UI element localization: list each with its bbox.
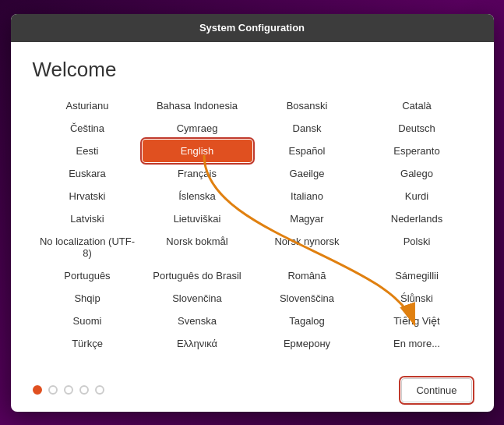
language-list-wrapper: AsturianuBahasa IndonesiaBosanskiCatalàČ…: [33, 94, 472, 359]
progress-dot-5[interactable]: [95, 385, 104, 395]
language-item[interactable]: Íslenska: [143, 185, 252, 207]
language-item[interactable]: Hrvatski: [33, 185, 143, 207]
language-item[interactable]: Bosanski: [252, 94, 362, 117]
window-title: System Configuration: [199, 22, 305, 34]
language-item[interactable]: Svenska: [143, 310, 252, 332]
continue-button[interactable]: Continue: [401, 378, 471, 402]
language-item[interactable]: Norsk bokmål: [143, 230, 252, 264]
language-item[interactable]: Magyar: [252, 207, 362, 230]
language-item[interactable]: Français: [143, 162, 252, 185]
language-item[interactable]: Sámegillii: [362, 264, 472, 287]
progress-dot-1[interactable]: [33, 385, 42, 395]
language-item[interactable]: Italiano: [252, 185, 362, 207]
progress-dots: [33, 385, 104, 395]
bottom-bar: Continue: [11, 372, 494, 412]
language-item[interactable]: Esperanto: [362, 140, 472, 162]
language-item[interactable]: Kurdi: [362, 185, 472, 207]
language-item[interactable]: Euskara: [33, 162, 143, 185]
language-item[interactable]: Tagalog: [252, 310, 362, 332]
language-item[interactable]: Português do Brasil: [143, 264, 252, 287]
language-item[interactable]: Türkçe: [33, 332, 143, 355]
language-item[interactable]: Shqip: [33, 287, 143, 310]
language-item[interactable]: Català: [362, 94, 472, 117]
language-item[interactable]: Asturianu: [33, 94, 143, 117]
language-item[interactable]: Română: [252, 264, 362, 287]
language-item[interactable]: Norsk nynorsk: [252, 230, 362, 264]
progress-dot-3[interactable]: [64, 385, 73, 395]
language-item[interactable]: Еn more...: [362, 332, 472, 355]
language-item[interactable]: Suomi: [33, 310, 143, 332]
language-item[interactable]: No localization (UTF-8): [33, 230, 143, 264]
content-area: Welcome AsturianuBahasa IndonesiaBosansk…: [11, 42, 494, 372]
language-grid: AsturianuBahasa IndonesiaBosanskiCatalàČ…: [33, 94, 472, 355]
language-item[interactable]: Ślůnski: [362, 287, 472, 310]
language-item[interactable]: Bahasa Indonesia: [143, 94, 252, 117]
main-window: System Configuration Welcome AsturianuBa…: [11, 14, 494, 412]
language-item[interactable]: Español: [252, 140, 362, 162]
language-item[interactable]: Galego: [362, 162, 472, 185]
language-item[interactable]: Slovenščina: [252, 287, 362, 310]
language-item[interactable]: Lietuviškai: [143, 207, 252, 230]
language-item[interactable]: Latviski: [33, 207, 143, 230]
language-item[interactable]: Tiếng Việt: [362, 310, 472, 332]
progress-dot-4[interactable]: [79, 385, 89, 395]
language-item[interactable]: Ελληνικά: [143, 332, 252, 355]
language-item[interactable]: Português: [33, 264, 143, 287]
progress-dot-2[interactable]: [48, 385, 58, 395]
language-item[interactable]: Čeština: [33, 117, 143, 140]
welcome-heading: Welcome: [33, 58, 472, 82]
language-item[interactable]: Cymraeg: [143, 117, 252, 140]
language-item[interactable]: Eesti: [33, 140, 143, 162]
titlebar: System Configuration: [11, 14, 494, 42]
language-item[interactable]: Dansk: [252, 117, 362, 140]
language-item[interactable]: Ермерону: [252, 332, 362, 355]
language-item[interactable]: Polski: [362, 230, 472, 264]
language-item[interactable]: Gaeilge: [252, 162, 362, 185]
language-item[interactable]: English: [143, 140, 252, 162]
language-item[interactable]: Nederlands: [362, 207, 472, 230]
language-item[interactable]: Slovenčina: [143, 287, 252, 310]
language-item[interactable]: Deutsch: [362, 117, 472, 140]
